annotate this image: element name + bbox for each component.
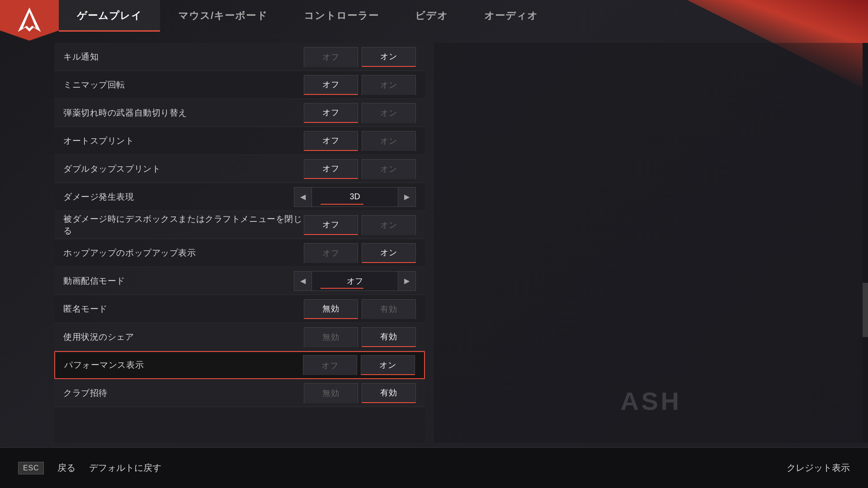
toggle-off-auto-sprint[interactable]: オフ — [304, 131, 358, 151]
toggle-off-close-menu-on-damage[interactable]: オフ — [304, 215, 358, 235]
bottom-bar: ESC 戻る デフォルトに戻す クレジット表示 — [0, 447, 868, 488]
tab-video[interactable]: ビデオ — [397, 0, 466, 32]
toggle-on-performance-display[interactable]: オン — [361, 355, 415, 375]
setting-row-performance-display: パフォーマンス表示オフオン — [54, 351, 425, 379]
toggle-on-club-invite[interactable]: 有効 — [362, 383, 416, 403]
setting-label-stream-mode: 動画配信モード — [63, 275, 294, 287]
toggle-on-hopup-popup[interactable]: オン — [362, 243, 416, 263]
character-name: Ash — [620, 386, 681, 416]
setting-controls-auto-weapon-switch: オフオン — [304, 103, 416, 123]
setting-label-anonymous-mode: 匿名モード — [63, 303, 304, 315]
setting-controls-minimap-rotation: オフオン — [304, 75, 416, 95]
slider-right-stream-mode[interactable]: ▶ — [398, 271, 416, 291]
setting-controls-hopup-popup: オフオン — [304, 243, 416, 263]
back-button[interactable]: 戻る — [57, 462, 75, 474]
toggle-on-auto-sprint[interactable]: オン — [362, 131, 416, 151]
setting-controls-close-menu-on-damage: オフオン — [304, 215, 416, 235]
toggle-off-performance-display[interactable]: オフ — [303, 355, 357, 375]
setting-label-performance-display: パフォーマンス表示 — [64, 359, 303, 371]
setting-row-auto-weapon-switch: 弾薬切れ時の武器自動切り替えオフオン — [54, 99, 425, 127]
slider-value-damage-display: 3D — [312, 187, 398, 207]
navigation-tabs: ゲームプレイ マウス/キーボード コントローラー ビデオ オーディオ — [59, 0, 868, 32]
setting-controls-double-tap-sprint: オフオン — [304, 159, 416, 179]
setting-row-kill-notify: キル通知オフオン — [54, 43, 425, 71]
toggle-off-club-invite[interactable]: 無効 — [304, 383, 358, 403]
setting-label-close-menu-on-damage: 被ダメージ時にデスボックスまたはクラフトメニューを閉じる — [63, 213, 304, 237]
slider-left-stream-mode[interactable]: ◀ — [294, 271, 312, 291]
setting-row-double-tap-sprint: ダブルタップスプリントオフオン — [54, 155, 425, 183]
toggle-on-close-menu-on-damage[interactable]: オン — [362, 215, 416, 235]
setting-controls-auto-sprint: オフオン — [304, 131, 416, 151]
toggle-on-minimap-rotation[interactable]: オン — [362, 75, 416, 95]
tab-controller[interactable]: コントローラー — [286, 0, 397, 32]
setting-label-kill-notify: キル通知 — [63, 51, 304, 63]
toggle-on-anonymous-mode[interactable]: 有効 — [362, 299, 416, 319]
bottom-left-actions: ESC 戻る デフォルトに戻す — [18, 462, 161, 474]
setting-controls-anonymous-mode: 無効有効 — [304, 299, 416, 319]
settings-panel: キル通知オフオンミニマップ回転オフオン弾薬切れ時の武器自動切り替えオフオンオート… — [54, 43, 425, 443]
tab-audio[interactable]: オーディオ — [466, 0, 557, 32]
slider-left-damage-display[interactable]: ◀ — [294, 187, 312, 207]
setting-label-usage-share: 使用状況のシェア — [63, 331, 304, 343]
setting-row-hopup-popup: ホップアップのポップアップ表示オフオン — [54, 239, 425, 267]
tab-gameplay[interactable]: ゲームプレイ — [59, 0, 160, 32]
setting-controls-club-invite: 無効有効 — [304, 383, 416, 403]
slider-right-damage-display[interactable]: ▶ — [398, 187, 416, 207]
toggle-on-usage-share[interactable]: 有効 — [362, 327, 416, 347]
setting-controls-performance-display: オフオン — [303, 355, 415, 375]
esc-badge: ESC — [18, 462, 44, 474]
setting-label-club-invite: クラブ招待 — [63, 387, 304, 399]
toggle-off-double-tap-sprint[interactable]: オフ — [304, 159, 358, 179]
credits-button[interactable]: クレジット表示 — [787, 462, 850, 474]
setting-row-close-menu-on-damage: 被ダメージ時にデスボックスまたはクラフトメニューを閉じるオフオン — [54, 211, 425, 239]
setting-controls-kill-notify: オフオン — [304, 47, 416, 67]
setting-row-minimap-rotation: ミニマップ回転オフオン — [54, 71, 425, 99]
setting-label-hopup-popup: ホップアップのポップアップ表示 — [63, 247, 304, 259]
setting-label-auto-sprint: オートスプリント — [63, 135, 304, 147]
tab-mouse-keyboard[interactable]: マウス/キーボード — [160, 0, 286, 32]
toggle-off-minimap-rotation[interactable]: オフ — [304, 75, 358, 95]
setting-row-usage-share: 使用状況のシェア無効有効 — [54, 323, 425, 351]
toggle-on-auto-weapon-switch[interactable]: オン — [362, 103, 416, 123]
toggle-off-usage-share[interactable]: 無効 — [304, 327, 358, 347]
setting-row-damage-display: ダメージ発生表現◀3D▶ — [54, 183, 425, 211]
slider-value-stream-mode: オフ — [312, 271, 398, 291]
toggle-off-hopup-popup[interactable]: オフ — [304, 243, 358, 263]
setting-row-anonymous-mode: 匿名モード無効有効 — [54, 295, 425, 323]
toggle-on-double-tap-sprint[interactable]: オン — [362, 159, 416, 179]
toggle-on-kill-notify[interactable]: オン — [362, 47, 416, 67]
right-panel: Ash — [434, 43, 868, 443]
toggle-off-auto-weapon-switch[interactable]: オフ — [304, 103, 358, 123]
setting-controls-usage-share: 無効有効 — [304, 327, 416, 347]
setting-row-auto-sprint: オートスプリントオフオン — [54, 127, 425, 155]
toggle-off-anonymous-mode[interactable]: 無効 — [304, 299, 358, 319]
slider-stream-mode: ◀オフ▶ — [294, 271, 416, 291]
reset-defaults-button[interactable]: デフォルトに戻す — [89, 462, 161, 474]
setting-label-damage-display: ダメージ発生表現 — [63, 191, 294, 203]
setting-row-stream-mode: 動画配信モード◀オフ▶ — [54, 267, 425, 295]
setting-label-double-tap-sprint: ダブルタップスプリント — [63, 163, 304, 175]
setting-label-auto-weapon-switch: 弾薬切れ時の武器自動切り替え — [63, 107, 304, 119]
setting-label-minimap-rotation: ミニマップ回転 — [63, 79, 304, 91]
setting-controls-damage-display: ◀3D▶ — [294, 187, 416, 207]
settings-list: キル通知オフオンミニマップ回転オフオン弾薬切れ時の武器自動切り替えオフオンオート… — [54, 43, 425, 443]
toggle-off-kill-notify[interactable]: オフ — [304, 47, 358, 67]
setting-controls-stream-mode: ◀オフ▶ — [294, 271, 416, 291]
slider-damage-display: ◀3D▶ — [294, 187, 416, 207]
apex-logo-icon — [16, 7, 43, 34]
setting-row-club-invite: クラブ招待無効有効 — [54, 379, 425, 407]
